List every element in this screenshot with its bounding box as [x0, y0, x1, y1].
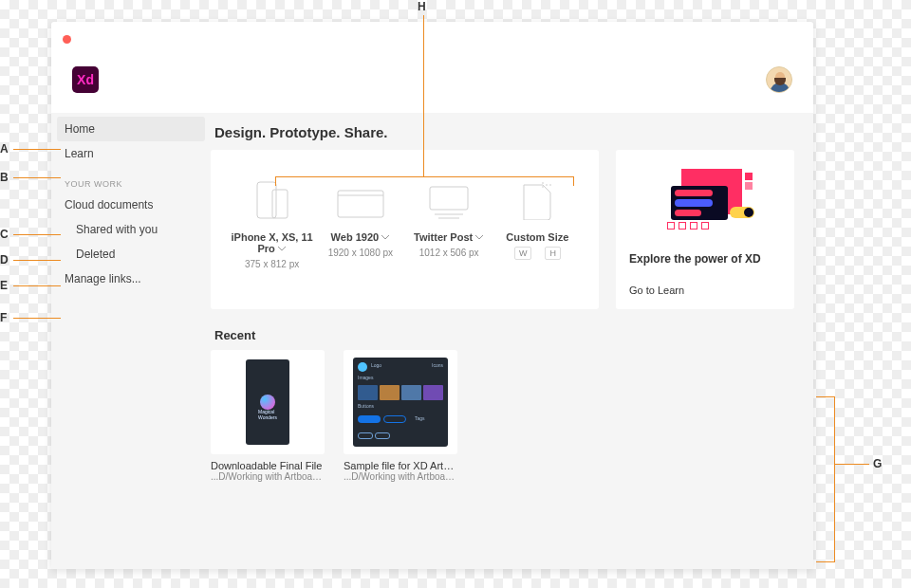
preset-iphone[interactable]: iPhone X, XS, 11 Pro 375 x 812 px	[231, 171, 314, 285]
header: Xd	[51, 56, 813, 113]
chevron-down-icon[interactable]	[277, 244, 287, 255]
recent-heading: Recent	[214, 328, 794, 342]
svg-rect-0	[257, 182, 276, 218]
monitor-icon	[319, 171, 402, 220]
body: Home Learn YOUR WORK Cloud documents Sha…	[51, 113, 813, 569]
custom-width-input[interactable]: W	[514, 247, 532, 260]
sidebar-item-deleted[interactable]: Deleted	[51, 242, 211, 266]
post-icon	[407, 171, 491, 220]
recent-file[interactable]: LogoIcons Images Buttons Tags Sample fil…	[344, 350, 457, 482]
preset-dim: 1012 x 506 px	[407, 248, 491, 258]
svg-rect-1	[272, 190, 288, 218]
annotation-g: G	[873, 457, 882, 470]
preset-web[interactable]: Web 1920 1920 x 1080 px	[319, 171, 402, 285]
top-row: iPhone X, XS, 11 Pro 375 x 812 px Web 19…	[211, 150, 794, 309]
recent-path: ...D/Working with Artboards	[344, 471, 457, 482]
chevron-down-icon[interactable]	[474, 232, 484, 244]
sidebar-item-shared-with-you[interactable]: Shared with you	[51, 217, 211, 242]
recent-path: ...D/Working with Artboards	[211, 471, 325, 482]
annotation-a: A	[0, 142, 9, 156]
titlebar	[51, 22, 813, 56]
sidebar-item-home[interactable]: Home	[57, 117, 205, 141]
annotation-d: D	[0, 253, 9, 266]
xd-logo-icon: Xd	[72, 66, 99, 93]
main: Design. Prototype. Share. iPhone X, XS, …	[211, 113, 813, 569]
recent-file[interactable]: MagicalWonders Downloadable Final File .…	[211, 350, 325, 482]
chevron-down-icon[interactable]	[381, 232, 390, 244]
phone-icon	[231, 171, 314, 220]
preset-dim: 375 x 812 px	[231, 259, 314, 269]
promo-title: Explore the power of XD	[629, 252, 781, 266]
preset-twitter[interactable]: Twitter Post 1012 x 506 px	[407, 171, 491, 285]
preset-label: Custom Size	[506, 231, 568, 243]
sidebar-item-learn[interactable]: Learn	[51, 141, 211, 166]
sidebar: Home Learn YOUR WORK Cloud documents Sha…	[51, 113, 211, 569]
annotation-h: H	[418, 0, 426, 13]
preset-custom[interactable]: Custom Size W H	[495, 171, 579, 285]
preset-label: Twitter Post	[414, 231, 473, 243]
recent-name: Sample file for XD Artb...	[344, 460, 457, 471]
preset-panel: iPhone X, XS, 11 Pro 375 x 812 px Web 19…	[211, 150, 599, 309]
promo-panel: Explore the power of XD Go to Learn	[616, 150, 794, 309]
preset-dim: 1920 x 1080 px	[319, 248, 402, 258]
window-close-icon[interactable]	[63, 35, 71, 44]
sidebar-section-your-work: YOUR WORK	[51, 166, 211, 193]
tagline: Design. Prototype. Share.	[214, 124, 794, 140]
promo-art	[629, 163, 781, 239]
user-avatar[interactable]	[766, 66, 792, 93]
recent-name: Downloadable Final File	[211, 460, 325, 471]
svg-rect-2	[338, 191, 383, 217]
recent-row: MagicalWonders Downloadable Final File .…	[211, 350, 794, 482]
sidebar-item-cloud-documents[interactable]: Cloud documents	[51, 193, 211, 217]
annotation-b: B	[0, 171, 9, 184]
annotation-c: C	[0, 228, 9, 241]
preset-label: iPhone X, XS, 11 Pro	[232, 231, 313, 254]
annotation-f: F	[0, 311, 7, 324]
sidebar-item-manage-links[interactable]: Manage links...	[51, 266, 211, 291]
svg-rect-4	[430, 187, 468, 210]
xd-home-window: Xd Home Learn YOUR WORK Cloud documents …	[51, 22, 813, 569]
preset-label: Web 1920	[331, 231, 380, 243]
promo-link[interactable]: Go to Learn	[629, 285, 781, 296]
custom-size-icon	[495, 171, 579, 220]
annotation-e: E	[0, 279, 8, 292]
custom-height-input[interactable]: H	[545, 247, 561, 260]
